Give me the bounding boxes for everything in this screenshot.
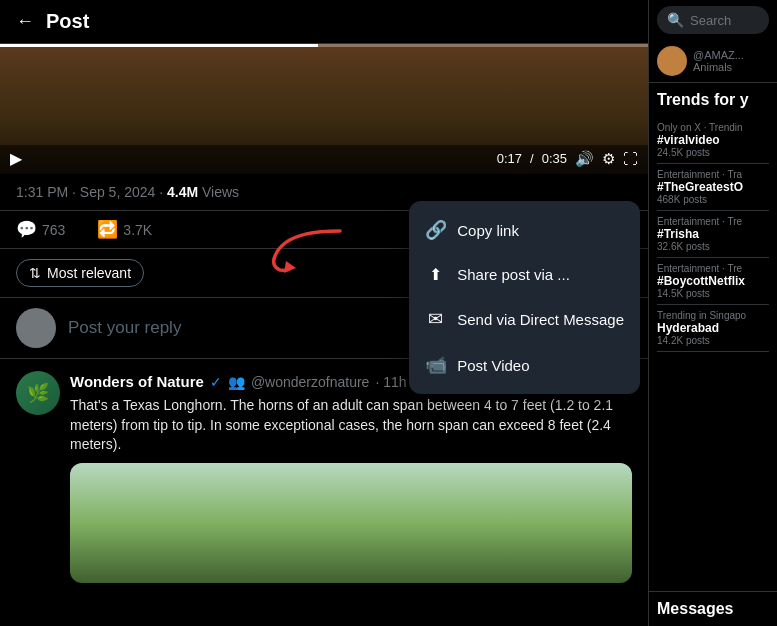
- post-video-item[interactable]: 📹 Post Video: [409, 342, 640, 388]
- post-header: ← Post: [0, 0, 648, 44]
- post-video-label: Post Video: [457, 357, 529, 374]
- commenter-name: Wonders of Nature: [70, 373, 204, 390]
- user-info: @AMAZ... Animals: [693, 49, 769, 73]
- video-player: ▶ 0:17 / 0:35 🔊 ⚙ ⛶: [0, 44, 648, 174]
- trend-item-4[interactable]: Entertainment · Tre #BoycottNetflix 14.5…: [657, 258, 769, 305]
- trend-count-2: 468K posts: [657, 194, 769, 205]
- reply-icon: 💬: [16, 219, 37, 240]
- red-arrow-annotation: [270, 226, 350, 276]
- reply-count: 763: [42, 222, 65, 238]
- trend-count-1: 24.5K posts: [657, 147, 769, 158]
- actions-bar: 💬 763 🔁 3.7K 🔗 Copy link ⬆ Share post vi…: [0, 211, 648, 249]
- trend-category-3: Entertainment · Tre: [657, 216, 769, 227]
- share-post-item[interactable]: ⬆ Share post via ...: [409, 253, 640, 296]
- play-button[interactable]: ▶: [10, 149, 22, 168]
- trend-item-3[interactable]: Entertainment · Tre #Trisha 32.6K posts: [657, 211, 769, 258]
- search-box[interactable]: 🔍 Search: [657, 6, 769, 34]
- share-post-label: Share post via ...: [457, 266, 570, 283]
- fullscreen-icon[interactable]: ⛶: [623, 150, 638, 167]
- trends-section: Trends for y Only on X · Trendin #viralv…: [649, 83, 777, 591]
- page-title: Post: [46, 10, 89, 33]
- back-button[interactable]: ←: [16, 11, 34, 32]
- comment-text: That's a Texas Longhorn. The horns of an…: [70, 396, 632, 455]
- time-display: 0:17 / 0:35 🔊 ⚙ ⛶: [497, 150, 638, 168]
- video-progress-bar[interactable]: [0, 44, 648, 47]
- post-views-label: Views: [198, 184, 239, 200]
- trend-category-2: Entertainment · Tra: [657, 169, 769, 180]
- trend-category-1: Only on X · Trendin: [657, 122, 769, 133]
- trend-item-2[interactable]: Entertainment · Tra #TheGreatestO 468K p…: [657, 164, 769, 211]
- trend-hashtag-2: #TheGreatestO: [657, 180, 769, 194]
- time-separator: /: [530, 151, 534, 166]
- filter-button[interactable]: ⇅ Most relevant: [16, 259, 144, 287]
- messages-section: Messages: [649, 591, 777, 626]
- trend-category-4: Entertainment · Tre: [657, 263, 769, 274]
- retweet-action[interactable]: 🔁 3.7K: [97, 219, 152, 240]
- comment-time: · 11h: [375, 374, 406, 390]
- user-handle: @AMAZ...: [693, 49, 769, 61]
- search-icon: 🔍: [667, 12, 684, 28]
- search-placeholder-text: Search: [690, 13, 731, 28]
- filter-icon: ⇅: [29, 265, 41, 281]
- settings-icon[interactable]: ⚙: [602, 150, 615, 168]
- user-card[interactable]: @AMAZ... Animals: [649, 40, 777, 83]
- trend-category-5: Trending in Singapo: [657, 310, 769, 321]
- trend-hashtag-1: #viralvideo: [657, 133, 769, 147]
- context-menu: 🔗 Copy link ⬆ Share post via ... ✉ Send …: [409, 201, 640, 394]
- commenter-handle: @wonderzofnature: [251, 374, 370, 390]
- user-sub: Animals: [693, 61, 769, 73]
- left-panel: ← Post ▶ 0:17 / 0:35 🔊 ⚙ ⛶ 1:31 PM · Sep…: [0, 0, 648, 626]
- right-panel: 🔍 Search @AMAZ... Animals Trends for y O…: [648, 0, 777, 626]
- svg-marker-0: [284, 261, 296, 273]
- reply-action[interactable]: 💬 763: [16, 219, 65, 240]
- post-time: 1:31 PM · Sep 5, 2024 ·: [16, 184, 167, 200]
- trend-hashtag-4: #BoycottNetflix: [657, 274, 769, 288]
- commenter-avatar: 🌿: [16, 371, 60, 415]
- send-dm-item[interactable]: ✉ Send via Direct Message: [409, 296, 640, 342]
- volume-icon[interactable]: 🔊: [575, 150, 594, 168]
- post-video-icon: 📹: [425, 354, 445, 376]
- trend-item-1[interactable]: Only on X · Trendin #viralvideo 24.5K po…: [657, 117, 769, 164]
- trend-count-4: 14.5K posts: [657, 288, 769, 299]
- copy-link-label: Copy link: [457, 222, 519, 239]
- reply-placeholder[interactable]: Post your reply: [68, 318, 181, 338]
- post-views: 4.4M: [167, 184, 198, 200]
- partner-badge: 👥: [228, 374, 245, 390]
- share-post-icon: ⬆: [425, 265, 445, 284]
- video-progress-fill: [0, 44, 318, 47]
- video-controls: ▶ 0:17 / 0:35 🔊 ⚙ ⛶: [0, 145, 648, 174]
- copy-link-item[interactable]: 🔗 Copy link: [409, 207, 640, 253]
- retweet-count: 3.7K: [123, 222, 152, 238]
- user-avatar: [657, 46, 687, 76]
- copy-link-icon: 🔗: [425, 219, 445, 241]
- retweet-icon: 🔁: [97, 219, 118, 240]
- current-user-avatar: [16, 308, 56, 348]
- comment-post: 🌿 Wonders of Nature ✓ 👥 @wonderzofnature…: [0, 359, 648, 595]
- send-dm-label: Send via Direct Message: [457, 311, 624, 328]
- trend-count-5: 14.2K posts: [657, 335, 769, 346]
- trends-title: Trends for y: [657, 91, 769, 109]
- messages-title: Messages: [657, 600, 769, 618]
- comment-body: Wonders of Nature ✓ 👥 @wonderzofnature ·…: [70, 371, 632, 583]
- current-time: 0:17: [497, 151, 522, 166]
- verified-badge: ✓: [210, 374, 222, 390]
- total-time: 0:35: [542, 151, 567, 166]
- filter-label: Most relevant: [47, 265, 131, 281]
- trend-hashtag-5: Hyderabad: [657, 321, 769, 335]
- trend-hashtag-3: #Trisha: [657, 227, 769, 241]
- trend-item-5[interactable]: Trending in Singapo Hyderabad 14.2K post…: [657, 305, 769, 352]
- comment-image: [70, 463, 632, 583]
- comment-image-content: [70, 463, 632, 583]
- trend-count-3: 32.6K posts: [657, 241, 769, 252]
- send-dm-icon: ✉: [425, 308, 445, 330]
